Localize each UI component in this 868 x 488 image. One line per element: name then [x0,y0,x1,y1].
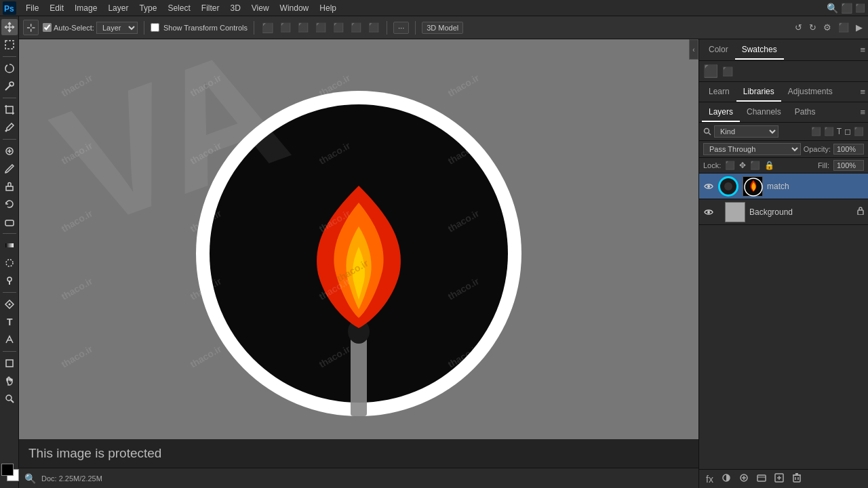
menu-filter[interactable]: Filter [196,2,225,14]
tab-color[interactable]: Color [702,41,735,60]
menu-select[interactable]: Select [162,2,195,14]
panel-collapse-btn[interactable]: ≡ [860,45,865,55]
add-adjustment-btn[interactable] [736,472,751,486]
layer-item-match[interactable]: match [699,174,868,199]
lock-all-btn[interactable]: 🔒 [764,161,774,170]
type-tool[interactable]: T [1,314,18,330]
layers-menu-btn[interactable]: ≡ [860,107,865,117]
auto-select-checkbox[interactable] [43,23,52,32]
redo-btn[interactable]: ↻ [808,21,818,34]
path-select-tool[interactable] [1,331,18,348]
filter-pixel-btn[interactable]: ⬛ [811,127,821,136]
tab-swatches[interactable]: Swatches [735,41,784,60]
add-fx-btn[interactable]: fx [703,472,716,486]
zoom-icon[interactable]: 🔍 [24,473,36,484]
kind-filter-select[interactable]: Kind Name Effect Mode Attribute Color Sm… [714,125,778,138]
menu-layer[interactable]: Layer [102,2,134,14]
menu-3d[interactable]: 3D [224,2,245,14]
left-toolbar: T [0,16,19,488]
move-tool[interactable] [1,19,18,35]
wand-tool[interactable] [1,78,18,94]
lock-artboard-btn[interactable]: ⬛ [750,161,760,170]
heal-tool[interactable] [1,143,18,159]
workspace-button[interactable]: ⬛ [841,3,852,14]
settings-btn[interactable]: ⚙ [822,21,833,34]
tab-channels[interactable]: Channels [740,103,788,122]
gradient-tool[interactable] [1,237,18,253]
shape-tool[interactable] [1,355,18,371]
menu-bar: Ps File Edit Image Layer Type Select Fil… [0,0,868,16]
lock-icon-bg [857,207,864,217]
tab-layers[interactable]: Layers [702,103,740,122]
undo-btn[interactable]: ↺ [793,21,804,34]
blur-tool[interactable] [1,255,18,271]
menu-file[interactable]: File [20,2,44,14]
collapse-panel-button[interactable]: ⬛ [855,3,865,13]
align-right-edges[interactable]: ⬛ [296,21,310,34]
menu-window[interactable]: Window [275,2,315,14]
eraser-tool[interactable] [1,214,18,230]
auto-select-dropdown[interactable]: Layer Group [96,22,138,34]
filter-adj-btn[interactable]: ⬛ [824,127,834,136]
dodge-tool[interactable] [1,272,18,289]
crop-tool[interactable] [1,102,18,118]
menu-type[interactable]: Type [134,2,162,14]
color-swatches[interactable] [0,464,19,483]
eyedropper-tool[interactable] [1,119,18,136]
svg-rect-24 [351,335,367,416]
distribute-btn[interactable]: ⬛ [367,21,380,34]
record-btn[interactable]: ⬛ [837,21,850,34]
play-btn[interactable]: ▶ [854,21,864,34]
menu-edit[interactable]: Edit [44,2,69,14]
filter-smart-btn[interactable]: ⬛ [854,127,864,136]
tab-adjustments[interactable]: Adjustments [781,83,840,102]
lock-pixels-btn[interactable]: ⬛ [725,161,735,170]
ps-logo: Ps [3,1,16,15]
opacity-label: Opacity: [804,145,831,153]
pen-tool[interactable] [1,296,18,312]
panel-icon-2[interactable]: ⬛ [722,66,733,77]
transform-checkbox[interactable] [151,23,159,32]
brush-tool[interactable] [1,161,18,177]
align-top-edges[interactable]: ⬛ [314,21,328,34]
hand-tool[interactable] [1,373,18,389]
panel-icon-1[interactable]: ⬛ [703,64,718,79]
menu-view[interactable]: View [246,2,275,14]
move-tool-icon[interactable]: ⊹ [23,20,39,35]
layer-visibility-background[interactable] [703,207,714,218]
filter-shape-btn[interactable]: ◻ [844,127,851,136]
blend-mode-select[interactable]: Pass Through Normal Dissolve Multiply Sc… [703,143,801,155]
align-bottom-edges[interactable]: ⬛ [349,21,363,34]
menu-help[interactable]: Help [314,2,342,14]
align-left-edges[interactable]: ⬛ [260,21,275,35]
tab-paths[interactable]: Paths [788,103,823,122]
layer-thumb-match [743,176,763,197]
opacity-input[interactable] [833,144,864,155]
svg-point-12 [6,260,13,266]
more-options-btn[interactable]: ··· [393,22,409,34]
filter-type-btn[interactable]: T [837,127,842,136]
marquee-tool[interactable] [1,37,18,53]
svg-rect-18 [6,360,13,367]
lock-pos-btn[interactable]: ✥ [739,161,746,170]
tab-libraries[interactable]: Libraries [736,83,781,102]
layer-visibility-match[interactable] [703,181,714,192]
stamp-tool[interactable] [1,178,18,195]
add-group-btn[interactable] [754,472,769,486]
3d-mode-btn[interactable]: 3D Model [422,22,463,34]
add-mask-btn[interactable] [719,472,734,486]
align-v-center[interactable]: ⬛ [332,21,345,34]
history-tool[interactable] [1,196,18,212]
layer-item-background[interactable]: Background [699,199,868,225]
fill-input[interactable] [833,160,864,171]
align-h-center[interactable]: ⬛ [279,21,292,34]
libraries-menu-btn[interactable]: ≡ [860,87,865,97]
menu-image[interactable]: Image [69,2,102,14]
add-layer-btn[interactable] [772,472,787,486]
delete-layer-btn[interactable] [789,472,804,486]
lasso-tool[interactable] [1,60,18,77]
zoom-tool[interactable] [1,390,18,407]
search-button[interactable]: 🔍 [827,3,838,14]
panel-collapse-handle[interactable]: ‹ [689,39,698,60]
tab-learn[interactable]: Learn [702,83,736,102]
